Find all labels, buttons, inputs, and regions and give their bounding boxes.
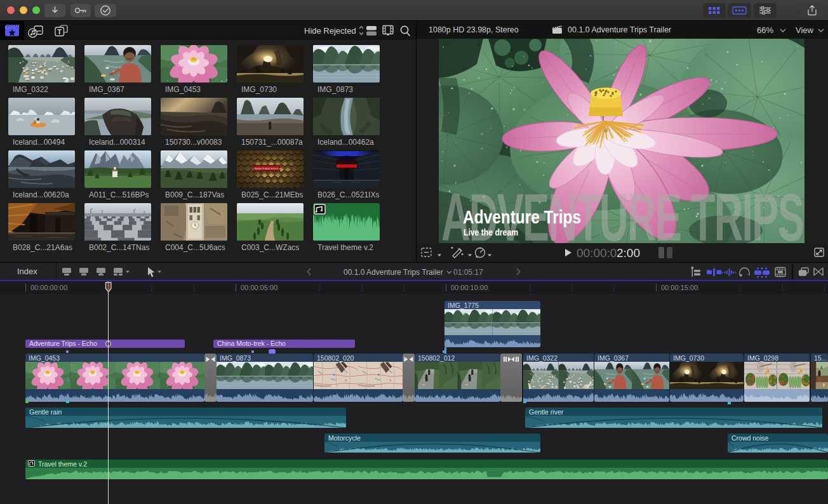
svg-text:00:00:10:00: 00:00:10:00 [451,284,488,291]
svg-text:Hide Rejected: Hide Rejected [304,26,356,36]
svg-text:00:00:15:00: 00:00:15:00 [661,284,698,291]
svg-text:Adventure Trips: Adventure Trips [463,207,581,227]
svg-text:T: T [57,28,62,36]
svg-text:Live the dream: Live the dream [464,227,518,237]
svg-text:00:00:0: 00:00:0 [577,246,617,260]
svg-text:00:00:00:00: 00:00:00:00 [30,284,67,291]
svg-text:Olympic 8 ideal terrace a: Olympic 8 ideal terrace a [253,168,281,170]
svg-text:2:00: 2:00 [617,246,640,260]
svg-text:00:00:05:00: 00:00:05:00 [241,284,277,291]
